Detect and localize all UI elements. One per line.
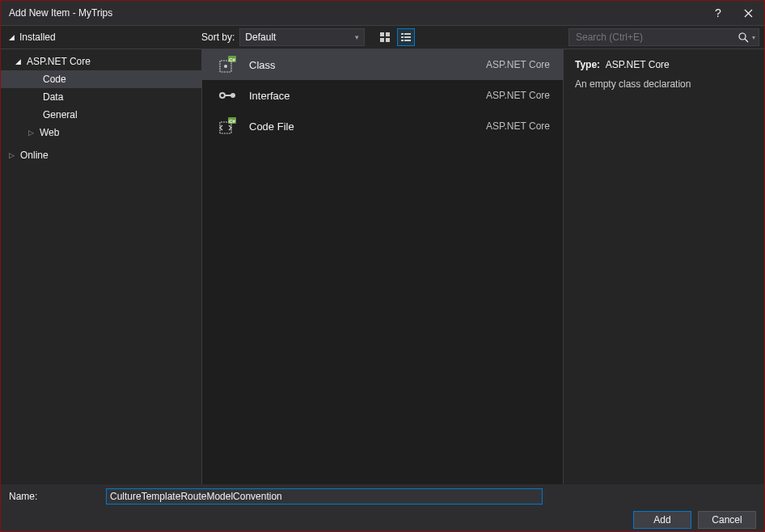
- template-category: ASP.NET Core: [486, 120, 550, 132]
- tree-label: Web: [40, 127, 59, 138]
- tree-item-general[interactable]: General: [1, 106, 201, 124]
- chevron-down-icon: ▾: [355, 33, 359, 41]
- template-item-codefile[interactable]: C# Code File ASP.NET Core: [202, 111, 563, 141]
- name-label: Name:: [9, 491, 106, 502]
- svg-point-17: [230, 93, 235, 98]
- svg-point-10: [739, 33, 746, 40]
- collapse-icon: ◢: [9, 33, 15, 41]
- button-row: Add Cancel: [1, 509, 764, 531]
- tree-label: Online: [20, 150, 49, 161]
- svg-text:C#: C#: [229, 119, 235, 124]
- tree-item-web[interactable]: ▷ Web: [1, 124, 201, 141]
- view-toggles: [376, 28, 415, 46]
- tree-label: General: [43, 109, 78, 120]
- window-title: Add New Item - MyTrips: [9, 7, 704, 19]
- template-item-class[interactable]: C# Class ASP.NET Core: [202, 49, 563, 80]
- tree-label: Data: [43, 91, 63, 103]
- codefile-icon: C#: [215, 114, 239, 138]
- search-input[interactable]: [576, 32, 738, 43]
- svg-rect-7: [404, 36, 411, 38]
- titlebar: Add New Item - MyTrips ?: [1, 1, 764, 25]
- collapse-icon: ◢: [15, 57, 25, 65]
- add-button[interactable]: Add: [633, 511, 691, 529]
- sidebar-header-label: Installed: [19, 32, 56, 43]
- cancel-button[interactable]: Cancel: [698, 511, 756, 529]
- svg-rect-8: [401, 40, 404, 41]
- sort-value: Default: [245, 32, 276, 43]
- detail-type-value: ASP.NET Core: [606, 59, 670, 70]
- chevron-down-icon[interactable]: ▾: [752, 34, 755, 41]
- svg-rect-2: [380, 38, 384, 42]
- category-tree: ◢ ASP.NET Core Code Data General ▷ Web ▷…: [1, 53, 201, 164]
- view-small-icons[interactable]: [397, 28, 415, 46]
- template-name: Class: [249, 59, 486, 71]
- svg-rect-1: [386, 32, 390, 36]
- name-row: Name:: [1, 484, 764, 509]
- interface-icon: [215, 83, 239, 108]
- name-input[interactable]: [106, 488, 543, 505]
- svg-rect-4: [401, 33, 404, 35]
- template-category: ASP.NET Core: [486, 90, 550, 101]
- sort-combo[interactable]: Default ▾: [239, 28, 365, 46]
- view-large-icons[interactable]: [376, 28, 394, 46]
- detail-pane: Type: ASP.NET Core An empty class declar…: [564, 49, 764, 484]
- search-icon[interactable]: [738, 32, 749, 43]
- svg-point-15: [220, 93, 225, 98]
- svg-rect-0: [380, 32, 384, 36]
- main: ◢ ASP.NET Core Code Data General ▷ Web ▷…: [1, 49, 764, 484]
- svg-rect-5: [404, 33, 411, 35]
- sidebar-header[interactable]: ◢ Installed: [1, 26, 201, 49]
- tree-label: Code: [43, 74, 66, 85]
- sort-label: Sort by:: [201, 32, 235, 43]
- tree-item-aspnetcore[interactable]: ◢ ASP.NET Core: [1, 53, 201, 70]
- detail-description: An empty class declaration: [575, 78, 753, 90]
- tree-item-data[interactable]: Data: [1, 88, 201, 106]
- svg-rect-3: [386, 38, 390, 42]
- template-category: ASP.NET Core: [486, 59, 550, 70]
- detail-type-row: Type: ASP.NET Core: [575, 59, 753, 70]
- expand-icon: ▷: [9, 151, 19, 159]
- help-button[interactable]: ?: [704, 1, 732, 25]
- expand-icon: ▷: [28, 129, 38, 137]
- toolbar: ◢ Installed Sort by: Default ▾ ▾: [1, 25, 764, 49]
- tree-item-code[interactable]: Code: [1, 70, 201, 88]
- template-name: Code File: [249, 120, 486, 133]
- svg-point-14: [224, 65, 227, 68]
- class-icon: C#: [215, 53, 239, 77]
- detail-type-label: Type:: [575, 59, 600, 70]
- sidebar: ◢ ASP.NET Core Code Data General ▷ Web ▷…: [1, 49, 201, 484]
- svg-rect-6: [401, 36, 404, 38]
- close-button[interactable]: [732, 1, 764, 25]
- svg-text:C#: C#: [229, 57, 235, 62]
- tree-label: ASP.NET Core: [27, 56, 91, 67]
- svg-rect-9: [404, 40, 411, 41]
- svg-rect-20: [220, 122, 231, 133]
- tree-item-online[interactable]: ▷ Online: [1, 146, 201, 164]
- template-list: C# Class ASP.NET Core Interface ASP.NET …: [201, 49, 564, 484]
- template-item-interface[interactable]: Interface ASP.NET Core: [202, 80, 563, 111]
- template-name: Interface: [249, 90, 486, 102]
- sort-area: Sort by: Default ▾: [201, 28, 415, 46]
- search-box[interactable]: ▾: [568, 28, 759, 46]
